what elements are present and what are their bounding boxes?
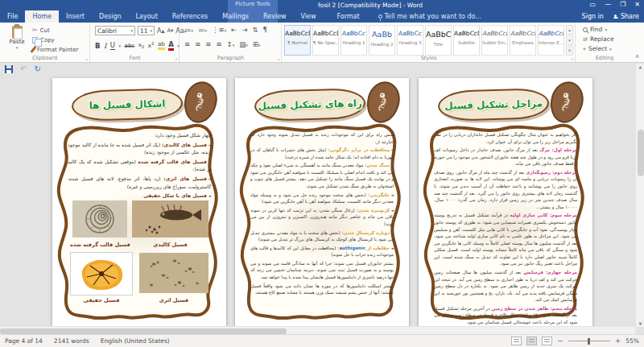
grow-font-button[interactable]: A▴ (157, 27, 165, 35)
shading-button[interactable]: ▨▾ (239, 40, 248, 48)
clipboard-dialog-launcher[interactable]: ⌟ (85, 55, 88, 60)
underline-button[interactable]: U (110, 41, 115, 50)
ammonite-fossil-image[interactable] (72, 200, 127, 238)
page-indicator[interactable]: Page 4 of 14 (5, 337, 43, 345)
paste-dropdown-caret[interactable]: ▾ (6, 45, 28, 50)
style-normal[interactable]: AaBbCcDc¶ Normal (284, 25, 311, 56)
paragraph-dialog-launcher[interactable]: ⌟ (277, 55, 279, 60)
zoom-out-button[interactable]: − (557, 337, 564, 345)
style-title[interactable]: AaBbCTitle (425, 25, 452, 56)
align-center-button[interactable]: ≡ (195, 40, 200, 48)
font-size-combo[interactable]: 11▾ (138, 26, 155, 35)
increase-indent-button[interactable]: ⇥ (242, 26, 247, 34)
replace-button[interactable]: ⇄Replace (583, 35, 614, 43)
font-dialog-launcher[interactable]: ⌟ (175, 55, 177, 60)
bold-button[interactable]: B (95, 42, 100, 50)
print-layout-button[interactable] (526, 337, 537, 345)
italic-button[interactable]: I (104, 42, 106, 50)
restore-button[interactable]: ❐ (620, 1, 625, 8)
tell-me-box[interactable]: Tell me what you want to do... (378, 10, 481, 23)
zoom-slider[interactable] (568, 341, 610, 341)
horizontal-scrollbar-thumb[interactable] (0, 328, 287, 334)
decrease-indent-button[interactable]: ⇤ (231, 26, 237, 34)
styles-scroll-up[interactable]: ▴ (566, 25, 573, 35)
style-heading1[interactable]: AaBbCcHeading 1 (341, 25, 367, 56)
styles-dialog-launcher[interactable]: ⌟ (571, 55, 573, 60)
collapse-ribbon-button[interactable]: ∧ (635, 53, 639, 60)
trace-fossil-image[interactable] (139, 253, 208, 293)
font-color-button[interactable]: A (168, 40, 174, 51)
read-mode-button[interactable] (511, 337, 522, 345)
styles-scroll-down[interactable]: ▾ (566, 35, 573, 45)
tab-review[interactable]: Review (256, 10, 294, 23)
shrink-font-button[interactable]: A▾ (167, 27, 174, 34)
vertical-scrollbar-thumb[interactable] (638, 130, 644, 176)
minimize-button[interactable]: — (605, 1, 611, 8)
zoom-slider-thumb[interactable] (588, 338, 590, 345)
scroll-down-arrow[interactable]: ▼ (636, 321, 644, 326)
word-count[interactable]: 2141 words (54, 337, 89, 345)
language-indicator[interactable]: English (United States) (101, 337, 170, 345)
tab-home[interactable]: Home (25, 10, 59, 23)
borders-button[interactable]: ⊞▾ (253, 40, 261, 48)
close-button[interactable]: ✕ (634, 1, 640, 8)
bullet-icon: ◄ (391, 209, 394, 213)
tab-insert[interactable]: Insert (59, 10, 92, 23)
sort-button[interactable]: ⇅ (252, 26, 258, 34)
document-page-3[interactable]: مراحل تشکیل فسیل اگر بخواهیم به عنوان مث… (419, 78, 592, 326)
font-name-combo[interactable]: Calibri▾ (95, 26, 135, 35)
align-left-button[interactable]: ≡ (184, 40, 190, 48)
multilevel-list-button[interactable]: ⋮≡▾ (212, 26, 226, 34)
style-subtle-emphasis[interactable]: AaBbCcDtSubtle Em... (481, 25, 508, 56)
font-color-caret[interactable]: ▾ (177, 43, 180, 48)
amber-fossil-image[interactable] (72, 254, 130, 293)
style-subtitle[interactable]: AaBbCcDSubtitle (453, 25, 480, 56)
redo-icon[interactable]: ↻ (34, 65, 40, 73)
sign-in-button[interactable]: Sign in (582, 10, 604, 23)
scroll-up-arrow[interactable]: ▲ (636, 64, 644, 69)
dinosaur-skeleton-icon (555, 89, 580, 117)
show-paragraph-marks-button[interactable]: ¶ (263, 26, 267, 34)
line-spacing-button[interactable]: ↕▾ (227, 40, 235, 48)
fish-fossil-image[interactable] (132, 200, 208, 238)
web-layout-button[interactable] (542, 337, 552, 345)
bullets-button[interactable]: ≔▾ (184, 26, 193, 34)
subscript-button[interactable]: x2 (138, 42, 145, 49)
strikethrough-button[interactable]: abc (125, 43, 135, 49)
justify-button[interactable]: ≡ (216, 40, 221, 48)
tab-format-contextual[interactable]: Format (324, 10, 374, 23)
style-heading3[interactable]: AaBbCcHeading 3 (397, 25, 423, 56)
style-intense-emphasis[interactable]: AaBbCcDtIntense E... (538, 25, 564, 56)
zoom-in-button[interactable]: + (615, 337, 621, 345)
horizontal-scrollbar[interactable] (0, 326, 635, 334)
document-page-2[interactable]: راه های تشکیل فسیل شش راه برای این که مو… (235, 78, 409, 326)
vertical-scrollbar[interactable]: ▲ ▼ (635, 64, 644, 327)
stage: مرحله دوم: رسوبگذاری بعد از گذشت چند ماه… (434, 169, 577, 210)
underline-caret[interactable]: ▾ (119, 43, 122, 48)
document-page-1[interactable]: اشکال فسیل ها چهار شکل فسیل وجود دارد: ◄… (52, 78, 226, 326)
select-button[interactable]: ⌖Select▾ (583, 45, 614, 52)
paste-button[interactable]: Paste ▾ (6, 26, 28, 50)
format-painter-button[interactable]: Format Painter (32, 46, 78, 53)
tab-mailings[interactable]: Mailings (215, 10, 256, 23)
align-right-button[interactable]: ≡ (205, 40, 211, 48)
cut-button[interactable]: ✂Cut (32, 27, 78, 34)
tab-design[interactable]: Design (92, 10, 129, 23)
style-emphasis[interactable]: AaBbCcDtEmphasis (510, 25, 536, 56)
tab-layout[interactable]: Layout (129, 10, 165, 23)
superscript-button[interactable]: x2 (148, 41, 155, 49)
text-highlight-button[interactable]: ab (158, 41, 165, 50)
tab-file[interactable]: File (0, 10, 25, 23)
style-heading2[interactable]: AaBbHeading 2 (369, 25, 395, 56)
style-no-spacing[interactable]: AaBbCcDc¶ No Spac... (312, 25, 339, 56)
zoom-level[interactable]: 55% (625, 337, 639, 345)
copy-button[interactable]: Copy (32, 37, 78, 43)
tab-view[interactable]: View (294, 10, 324, 23)
share-button[interactable]: Share (613, 10, 639, 23)
numbering-button[interactable]: ≕▾ (198, 26, 207, 34)
find-button[interactable]: Find▾ (583, 26, 614, 33)
save-icon[interactable] (5, 65, 13, 73)
tab-references[interactable]: References (165, 10, 215, 23)
ribbon-display-options-icon[interactable]: ▭ (590, 1, 597, 8)
undo-icon[interactable]: ↶ (20, 65, 27, 73)
